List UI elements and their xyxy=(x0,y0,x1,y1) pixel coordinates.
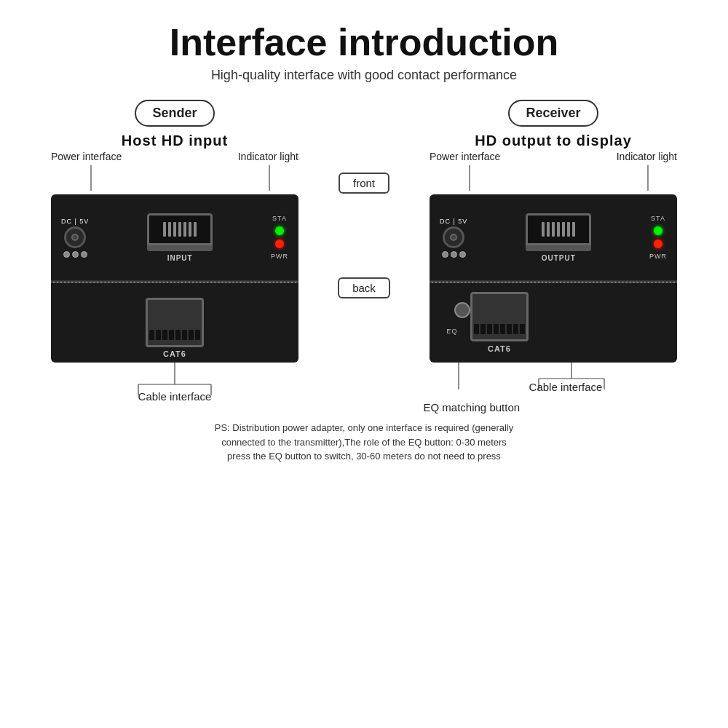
sender-led-green xyxy=(275,226,284,235)
sender-cat-label: CAT6 xyxy=(163,349,186,358)
receiver-rj45-t1 xyxy=(474,324,479,334)
sender-rj45-t8 xyxy=(195,330,200,340)
receiver-eq-match-label: EQ matching button xyxy=(424,401,521,414)
sender-rj45-t2 xyxy=(156,330,161,340)
receiver-power-port: DC | 5V xyxy=(440,218,467,258)
sender-dc-label: DC | 5V xyxy=(61,218,89,225)
sender-led-red xyxy=(275,240,284,248)
sender-input-label: INPUT xyxy=(167,254,193,262)
receiver-usb-1 xyxy=(442,251,448,258)
sender-hdmi-pin-6 xyxy=(189,222,191,237)
sender-rj45-t3 xyxy=(162,330,167,340)
receiver-rj45-t6 xyxy=(507,324,512,334)
sender-hd-label: Host HD input xyxy=(122,132,228,149)
sender-section: Sender Host HD input Power interface Ind… xyxy=(22,100,328,403)
receiver-hdmi-pin-3 xyxy=(552,222,555,237)
sender-usb-2 xyxy=(72,251,79,258)
sender-hdmi-pin-1 xyxy=(163,222,166,237)
receiver-pwr-label: PWR xyxy=(649,253,667,260)
receiver-eq-group: EQ xyxy=(444,310,460,335)
sender-usb-1 xyxy=(63,251,70,258)
receiver-cable-label: Cable interface xyxy=(529,381,603,393)
receiver-eq-button[interactable] xyxy=(454,302,470,318)
sender-rj45-t4 xyxy=(169,330,174,340)
sender-hdmi-port xyxy=(147,213,213,245)
receiver-indicator-group: STA PWR xyxy=(649,215,667,260)
receiver-rj45-group: CAT6 xyxy=(470,292,529,353)
sender-rj45-t5 xyxy=(175,330,181,340)
sender-rj45-t7 xyxy=(189,330,194,340)
back-badge: back xyxy=(338,277,390,298)
receiver-hdmi-connectors xyxy=(542,222,575,237)
receiver-usb-2 xyxy=(451,251,457,258)
sender-power-circle xyxy=(64,226,86,248)
sender-hdmi-pin-7 xyxy=(194,222,197,237)
main-title: Interface introduction xyxy=(170,22,558,63)
receiver-sta-label: STA xyxy=(651,215,665,222)
receiver-rj45-t3 xyxy=(487,324,492,334)
subtitle: High-quality interface with good contact… xyxy=(211,68,517,83)
sender-usb-group xyxy=(63,251,87,258)
receiver-usb-3 xyxy=(459,251,466,258)
sender-front: DC | 5V xyxy=(51,194,298,282)
receiver-hdmi-group: OUTPUT xyxy=(475,213,642,262)
receiver-eq-label: EQ xyxy=(446,328,457,335)
receiver-hdmi-port xyxy=(526,213,591,245)
sender-hdmi-pin-4 xyxy=(178,222,181,237)
sender-cable-ann: Cable interface xyxy=(51,363,298,403)
receiver-dc-label: DC | 5V xyxy=(440,218,467,225)
receiver-hdmi-pin-7 xyxy=(572,222,575,237)
sender-hdmi-connectors xyxy=(163,222,197,237)
receiver-rj45-t2 xyxy=(480,324,486,334)
receiver-rj45-t5 xyxy=(500,324,505,334)
sender-sta-label: STA xyxy=(272,215,287,222)
sender-badge: Sender xyxy=(135,100,214,127)
receiver-cat-label: CAT6 xyxy=(488,344,511,353)
receiver-hdmi-bottom xyxy=(526,245,591,251)
receiver-hdmi-pin-1 xyxy=(542,222,545,237)
receiver-rj45 xyxy=(470,292,529,341)
sender-pwr-label: PWR xyxy=(271,253,288,260)
sender-power-port: DC | 5V xyxy=(61,218,89,258)
receiver-output-label: OUTPUT xyxy=(542,254,576,262)
sender-hdmi-pin-2 xyxy=(168,222,171,237)
receiver-rj45-teeth xyxy=(474,324,525,334)
sender-rj45-teeth xyxy=(149,330,200,340)
receiver-front: DC | 5V xyxy=(430,194,677,282)
sender-power-inner xyxy=(71,234,79,241)
sender-rj45-t6 xyxy=(182,330,187,340)
receiver-hdmi-pin-4 xyxy=(557,222,560,237)
receiver-hdmi-pin-5 xyxy=(562,222,565,237)
bottom-note: PS: Distribution power adapter, only one… xyxy=(215,421,513,464)
front-back-col: front back xyxy=(328,100,400,298)
front-badge: front xyxy=(339,173,389,194)
sender-hdmi-bottom xyxy=(147,245,213,251)
receiver-led-red xyxy=(654,240,662,248)
receiver-power-circle xyxy=(443,226,464,248)
sender-indicator-group: STA PWR xyxy=(271,215,288,260)
sender-hdmi-group: INPUT xyxy=(96,213,264,262)
sender-usb-3 xyxy=(81,251,87,258)
receiver-badge: Receiver xyxy=(508,100,598,127)
sender-back: CAT6 xyxy=(51,282,298,363)
receiver-back: EQ xyxy=(430,282,677,363)
receiver-hdmi-pin-6 xyxy=(567,222,570,237)
receiver-led-green xyxy=(654,226,662,235)
receiver-rj45-t4 xyxy=(494,324,499,334)
receiver-power-inner xyxy=(450,234,457,241)
sender-hdmi-pin-3 xyxy=(173,222,176,237)
receiver-rj45-t7 xyxy=(513,324,518,334)
sender-rj45 xyxy=(146,298,204,347)
receiver-hdmi-pin-2 xyxy=(547,222,550,237)
receiver-rj45-t8 xyxy=(520,324,525,334)
receiver-usb-group xyxy=(442,251,466,258)
sender-cable-label: Cable interface xyxy=(138,390,212,403)
sender-hdmi-pin-5 xyxy=(183,222,186,237)
receiver-cable-ann: Cable interface EQ matching button xyxy=(430,363,677,414)
receiver-hd-label: HD output to display xyxy=(475,132,632,149)
receiver-section: Receiver HD output to display Power inte… xyxy=(400,100,706,414)
sender-rj45-t1 xyxy=(149,330,154,340)
